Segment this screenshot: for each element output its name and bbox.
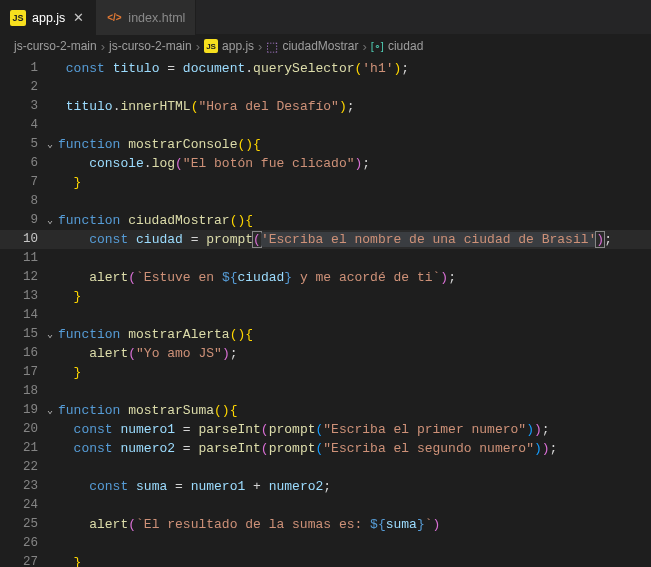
line-number: 16 xyxy=(0,344,42,363)
fold-chevron-icon[interactable]: ⌄ xyxy=(42,401,58,420)
line-number: 22 xyxy=(0,458,42,477)
line-number: 26 xyxy=(0,534,42,553)
line-number: 20 xyxy=(0,420,42,439)
chevron-right-icon: › xyxy=(101,39,105,54)
tab-index-html[interactable]: </> index.html xyxy=(96,0,196,35)
js-file-icon: JS xyxy=(204,39,218,53)
variable-icon: [∘] xyxy=(371,40,384,53)
line-number: 15 xyxy=(0,325,42,344)
method-icon: ⬚ xyxy=(266,39,278,54)
line-number: 25 xyxy=(0,515,42,534)
breadcrumb-segment[interactable]: ciudad xyxy=(388,39,423,53)
chevron-right-icon: › xyxy=(196,39,200,54)
line-number: 14 xyxy=(0,306,42,325)
line-number: 6 xyxy=(0,154,42,173)
line-number: 2 xyxy=(0,78,42,97)
tab-label: index.html xyxy=(128,11,185,25)
chevron-right-icon: › xyxy=(258,39,262,54)
line-number: 19 xyxy=(0,401,42,420)
breadcrumb-segment[interactable]: js-curso-2-main xyxy=(14,39,97,53)
editor-tabs: JS app.js ✕ </> index.html xyxy=(0,0,651,35)
code-editor[interactable]: 1 const titulo = document.querySelector(… xyxy=(0,57,651,567)
html-file-icon: </> xyxy=(106,10,122,26)
fold-chevron-icon[interactable]: ⌄ xyxy=(42,325,58,344)
breadcrumb-segment[interactable]: js-curso-2-main xyxy=(109,39,192,53)
line-number: 17 xyxy=(0,363,42,382)
line-number: 21 xyxy=(0,439,42,458)
line-number: 4 xyxy=(0,116,42,135)
line-number: 18 xyxy=(0,382,42,401)
tab-app-js[interactable]: JS app.js ✕ xyxy=(0,0,96,35)
breadcrumb-segment[interactable]: app.js xyxy=(222,39,254,53)
line-number: 3 xyxy=(0,97,42,116)
line-number: 24 xyxy=(0,496,42,515)
tab-label: app.js xyxy=(32,11,65,25)
line-number: 27 xyxy=(0,553,42,567)
text-selection: 'Escriba el nombre de una ciudad de Bras… xyxy=(261,232,596,247)
fold-chevron-icon[interactable]: ⌄ xyxy=(42,135,58,154)
line-number: 7 xyxy=(0,173,42,192)
line-number: 10 xyxy=(0,230,42,249)
breadcrumb[interactable]: js-curso-2-main › js-curso-2-main › JS a… xyxy=(0,35,651,57)
line-number: 23 xyxy=(0,477,42,496)
line-number: 1 xyxy=(0,59,42,78)
line-number: 9 xyxy=(0,211,42,230)
breadcrumb-segment[interactable]: ciudadMostrar xyxy=(282,39,358,53)
line-number: 8 xyxy=(0,192,42,211)
line-number: 13 xyxy=(0,287,42,306)
chevron-right-icon: › xyxy=(362,39,366,54)
line-number: 11 xyxy=(0,249,42,268)
js-file-icon: JS xyxy=(10,10,26,26)
line-number: 5 xyxy=(0,135,42,154)
close-icon[interactable]: ✕ xyxy=(71,11,85,25)
fold-chevron-icon[interactable]: ⌄ xyxy=(42,211,58,230)
active-line[interactable]: 10 const ciudad = prompt('Escriba el nom… xyxy=(0,230,651,249)
line-number: 12 xyxy=(0,268,42,287)
